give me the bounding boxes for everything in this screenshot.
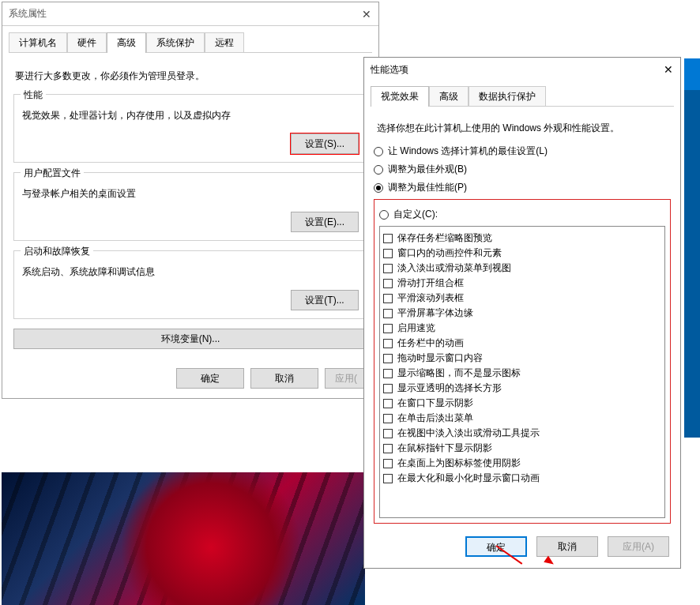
visual-effects-list[interactable]: 保存任务栏缩略图预览窗口内的动画控件和元素淡入淡出或滑动菜单到视图滑动打开组合框… (379, 226, 665, 518)
radio-label: 调整为最佳外观(B) (388, 163, 467, 176)
tab-hardware[interactable]: 硬件 (67, 32, 107, 53)
visual-effect-item[interactable]: 保存任务栏缩略图预览 (383, 231, 661, 245)
visual-effect-item[interactable]: 显示缩略图，而不是显示图标 (383, 366, 661, 380)
checkbox-icon (383, 369, 393, 378)
visual-effect-label: 平滑屏幕字体边缘 (397, 306, 473, 320)
group-startup-desc: 系统启动、系统故障和调试信息 (22, 265, 359, 279)
close-icon[interactable]: ✕ (663, 64, 674, 75)
perf-intro: 选择你想在此计算机上使用的 Windows 外观和性能设置。 (377, 122, 668, 135)
visual-effect-item[interactable]: 在鼠标指针下显示阴影 (383, 442, 661, 455)
user-profiles-settings-button[interactable]: 设置(E)... (291, 212, 359, 232)
performance-options-window: 性能选项 ✕ 视觉效果 高级 数据执行保护 选择你想在此计算机上使用的 Wind… (363, 57, 681, 569)
visual-effect-item[interactable]: 平滑滚动列表框 (383, 291, 661, 305)
sys-content: 要进行大多数更改，你必须作为管理员登录。 性能 视觉效果，处理器计划，内存使用，… (2, 54, 378, 360)
perf-apply-button[interactable]: 应用(A) (608, 536, 669, 557)
visual-effect-item[interactable]: 在视图中淡入淡出或滑动工具提示 (383, 427, 661, 440)
checkbox-icon (383, 339, 393, 348)
radio-label: 调整为最佳性能(P) (388, 181, 467, 194)
visual-effect-label: 在单击后淡出菜单 (397, 411, 473, 425)
checkbox-icon (383, 249, 393, 258)
visual-effect-item[interactable]: 滑动打开组合框 (383, 276, 661, 290)
desktop-edge (684, 58, 700, 438)
visual-effect-label: 在窗口下显示阴影 (397, 396, 473, 410)
visual-effect-label: 显示亚透明的选择长方形 (397, 381, 502, 395)
sys-apply-button[interactable]: 应用( (325, 368, 367, 389)
radio-custom[interactable]: 自定义(C): (379, 208, 665, 221)
checkbox-icon (383, 414, 393, 423)
visual-effect-label: 启用速览 (397, 321, 435, 335)
sys-title: 系统属性 (9, 7, 47, 21)
tab-visual-effects[interactable]: 视觉效果 (371, 86, 429, 107)
sys-titlebar[interactable]: 系统属性 ✕ (2, 2, 378, 26)
group-startup-recovery: 启动和故障恢复 系统启动、系统故障和调试信息 设置(T)... (13, 250, 367, 319)
visual-effect-item[interactable]: 拖动时显示窗口内容 (383, 351, 661, 365)
visual-effect-label: 显示缩略图，而不是显示图标 (397, 366, 521, 380)
visual-effect-label: 平滑滚动列表框 (397, 291, 464, 305)
visual-effect-item[interactable]: 在单击后淡出菜单 (383, 411, 661, 425)
startup-settings-button[interactable]: 设置(T)... (291, 290, 359, 310)
visual-effect-label: 淡入淡出或滑动菜单到视图 (397, 261, 511, 275)
group-startup-legend: 启动和故障恢复 (21, 245, 93, 258)
tab-advanced[interactable]: 高级 (107, 32, 146, 53)
group-user-profiles-desc: 与登录帐户相关的桌面设置 (22, 187, 359, 201)
checkbox-icon (383, 264, 393, 273)
checkbox-icon (383, 324, 393, 333)
visual-effect-item[interactable]: 任务栏中的动画 (383, 336, 661, 350)
visual-effect-item[interactable]: 在窗口下显示阴影 (383, 396, 661, 410)
radio-best-appearance[interactable]: 调整为最佳外观(B) (374, 163, 671, 176)
visual-effect-item[interactable]: 淡入淡出或滑动菜单到视图 (383, 261, 661, 275)
radio-best-performance[interactable]: 调整为最佳性能(P) (374, 181, 671, 194)
visual-effect-label: 在桌面上为图标标签使用阴影 (397, 457, 521, 470)
tab-remote[interactable]: 远程 (205, 32, 244, 53)
system-properties-window: 系统属性 ✕ 计算机名 硬件 高级 系统保护 远程 要进行大多数更改，你必须作为… (2, 2, 379, 399)
sys-ok-button[interactable]: 确定 (176, 368, 244, 389)
perf-cancel-button[interactable]: 取消 (536, 536, 598, 557)
visual-effect-label: 拖动时显示窗口内容 (397, 351, 483, 365)
checkbox-icon (383, 474, 393, 483)
visual-effect-label: 在最大化和最小化时显示窗口动画 (397, 472, 540, 485)
perf-ok-button[interactable]: 确定 (465, 536, 527, 557)
radio-let-windows[interactable]: 让 Windows 选择计算机的最佳设置(L) (374, 145, 671, 158)
radio-label: 让 Windows 选择计算机的最佳设置(L) (388, 145, 548, 158)
radio-label: 自定义(C): (393, 208, 438, 221)
visual-effect-label: 在鼠标指针下显示阴影 (397, 442, 492, 455)
tab-dep[interactable]: 数据执行保护 (469, 86, 546, 107)
perf-dialog-buttons: 确定 取消 应用(A) (364, 527, 680, 568)
performance-settings-button[interactable]: 设置(S)... (291, 133, 359, 154)
checkbox-icon (383, 354, 393, 363)
perf-titlebar[interactable]: 性能选项 ✕ (364, 58, 680, 81)
visual-effect-item[interactable]: 在桌面上为图标标签使用阴影 (383, 457, 661, 470)
checkbox-icon (383, 429, 393, 438)
checkbox-icon (383, 294, 393, 303)
radio-icon (374, 147, 383, 156)
tab-perf-advanced[interactable]: 高级 (429, 86, 469, 107)
sys-cancel-button[interactable]: 取消 (250, 368, 318, 389)
group-user-profiles-legend: 用户配置文件 (21, 167, 84, 180)
checkbox-icon (383, 309, 393, 318)
environment-variables-button[interactable]: 环境变量(N)... (13, 329, 367, 349)
visual-effect-label: 滑动打开组合框 (397, 276, 464, 290)
perf-title: 性能选项 (371, 63, 408, 77)
visual-effect-item[interactable]: 显示亚透明的选择长方形 (383, 381, 661, 395)
radio-icon (374, 183, 383, 193)
visual-effect-label: 在视图中淡入淡出或滑动工具提示 (397, 427, 540, 440)
perf-content: 选择你想在此计算机上使用的 Windows 外观和性能设置。 让 Windows… (364, 107, 680, 527)
checkbox-icon (383, 384, 393, 393)
tab-system-protection[interactable]: 系统保护 (146, 32, 205, 53)
visual-effect-item[interactable]: 在最大化和最小化时显示窗口动画 (383, 472, 661, 485)
checkbox-icon (383, 444, 393, 453)
close-icon[interactable]: ✕ (361, 9, 372, 20)
sys-intro: 要进行大多数更改，你必须作为管理员登录。 (15, 70, 366, 83)
radio-icon (379, 210, 389, 220)
tab-computer-name[interactable]: 计算机名 (9, 32, 67, 53)
checkbox-icon (383, 279, 393, 288)
visual-effect-item[interactable]: 窗口内的动画控件和元素 (383, 246, 661, 260)
group-performance: 性能 视觉效果，处理器计划，内存使用，以及虚拟内存 设置(S)... (13, 94, 367, 163)
desktop-wallpaper (2, 472, 365, 605)
custom-highlight-box: 自定义(C): 保存任务栏缩略图预览窗口内的动画控件和元素淡入淡出或滑动菜单到视… (374, 199, 671, 524)
visual-effect-item[interactable]: 平滑屏幕字体边缘 (383, 306, 661, 320)
visual-effect-item[interactable]: 启用速览 (383, 321, 661, 335)
visual-effect-label: 保存任务栏缩略图预览 (397, 231, 492, 245)
checkbox-icon (383, 234, 393, 243)
group-user-profiles: 用户配置文件 与登录帐户相关的桌面设置 设置(E)... (13, 172, 367, 241)
